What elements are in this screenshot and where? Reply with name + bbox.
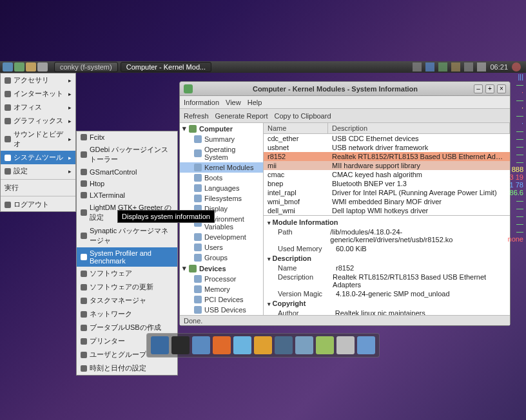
module-details[interactable]: Module Information Path/lib/modules/4.18… — [264, 216, 510, 315]
titlebar[interactable]: Computer - Kernel Modules - System Infor… — [180, 82, 510, 96]
dock-chromium[interactable] — [233, 336, 251, 354]
menu-logout[interactable]: ログアウト — [1, 198, 75, 211]
submenu-htop[interactable]: Htop — [77, 178, 177, 189]
submenu-system-profiler[interactable]: System Profiler and Benchmark — [77, 247, 177, 267]
filemanager-icon[interactable] — [26, 62, 36, 72]
image-icon — [5, 118, 11, 124]
tree-groups[interactable]: Groups — [180, 253, 263, 263]
detail-key: Name — [278, 264, 336, 272]
module-list[interactable]: Name Description cdc_etherUSB CDC Ethern… — [264, 123, 510, 216]
usb-icon — [194, 306, 202, 314]
menu-settings[interactable]: 設定▸ — [1, 164, 75, 178]
menu-help[interactable]: Help — [248, 99, 262, 106]
tree-devices[interactable]: ▾Devices — [180, 263, 263, 274]
taskbar-item-conky[interactable]: conky (f-system) — [54, 62, 118, 72]
network-icon[interactable] — [438, 62, 447, 72]
dock-vlc[interactable] — [254, 336, 272, 354]
submenu-date-time[interactable]: 時刻と日付の設定 — [77, 361, 177, 375]
tree-os[interactable]: Operating System — [180, 144, 263, 162]
list-row[interactable]: dell_wmiDell laptop WMI hotkeys driver — [264, 206, 510, 215]
tray-icon[interactable] — [464, 62, 473, 72]
list-row[interactable]: intel_raplDriver for Intel RAPL (Running… — [264, 188, 510, 197]
application-menu[interactable]: アクセサリ▸ インターネット▸ オフィス▸ グラフィックス▸ サウンドとビデオ▸… — [0, 73, 76, 212]
detail-description[interactable]: Description — [265, 253, 509, 263]
tree-processor[interactable]: Processor — [180, 274, 263, 284]
submenu-lxterminal[interactable]: LXTerminal — [77, 189, 177, 201]
list-row[interactable]: cmacCMAC keyed hash algorithm — [264, 170, 510, 179]
tray-icon[interactable] — [451, 62, 460, 72]
menu-view[interactable]: View — [226, 99, 241, 106]
dock-item[interactable] — [336, 336, 355, 354]
tree-languages[interactable]: Languages — [180, 183, 263, 193]
tree-filesystems[interactable]: Filesystems — [180, 193, 263, 204]
submenu-fcitx[interactable]: Fcitx — [77, 131, 177, 143]
detail-val: Realtek RTL8152/RTL8153 Based USB Ethern… — [333, 273, 506, 289]
list-row[interactable]: cdc_etherUSB CDC Ethernet devices — [264, 134, 510, 143]
refresh-button[interactable]: Refresh — [184, 112, 209, 120]
submenu-software-update[interactable]: ソフトウェアの更新 — [77, 280, 177, 294]
menu-accessories[interactable]: アクセサリ▸ — [1, 73, 75, 87]
tree-users[interactable]: Users — [180, 242, 263, 253]
maximize-button[interactable]: + — [485, 84, 494, 93]
browser-icon[interactable] — [37, 62, 48, 72]
menu-run[interactable]: 実行 — [1, 181, 75, 195]
tray-icon[interactable] — [413, 62, 422, 72]
copy-clipboard-button[interactable]: Copy to Clipboard — [274, 112, 331, 120]
cell-desc: USB CDC Ethernet devices — [328, 134, 510, 143]
generate-report-button[interactable]: Generate Report — [215, 112, 268, 120]
col-name[interactable]: Name — [264, 123, 328, 133]
list-row[interactable]: miiMII hardware support library — [264, 161, 510, 170]
list-header[interactable]: Name Description — [264, 123, 510, 134]
col-description[interactable]: Description — [328, 123, 510, 133]
submenu-taskmanager[interactable]: タスクマネージャ — [77, 294, 177, 307]
power-icon[interactable] — [512, 62, 521, 72]
tree-kernel-modules[interactable]: Kernel Modules — [180, 162, 263, 173]
submenu-software[interactable]: ソフトウェア — [77, 267, 177, 280]
dock-files[interactable] — [192, 336, 210, 354]
list-row[interactable]: r8152Realtek RTL8152/RTL8153 Based USB E… — [264, 152, 510, 161]
menu-information[interactable]: Information — [184, 99, 219, 106]
detail-module-info[interactable]: Module Information — [265, 217, 509, 227]
dock-terminal[interactable] — [171, 336, 190, 354]
dock-item[interactable] — [357, 336, 375, 354]
dock-item[interactable] — [295, 336, 313, 354]
cell-desc: MII hardware support library — [328, 161, 510, 170]
close-button[interactable]: × — [497, 84, 506, 93]
group-icon — [194, 254, 202, 262]
tree-development[interactable]: Development — [180, 232, 263, 242]
dock-item[interactable] — [151, 336, 169, 354]
menu-office[interactable]: オフィス▸ — [1, 100, 75, 114]
dock — [146, 333, 380, 358]
menu-launcher-icon[interactable] — [3, 62, 13, 72]
list-row[interactable]: usbnetUSB network driver framework — [264, 143, 510, 152]
tree-usb[interactable]: USB Devices — [180, 305, 263, 315]
dock-item[interactable] — [316, 336, 334, 354]
list-row[interactable]: wmi_bmofWMI embedded Binary MOF driver — [264, 197, 510, 206]
tree-computer[interactable]: ▾Computer — [180, 123, 263, 134]
panel-icon[interactable] — [14, 62, 24, 72]
taskbar-item-sysinfo[interactable]: Computer - Kernel Mod... — [121, 62, 212, 72]
menu-graphics[interactable]: グラフィックス▸ — [1, 114, 75, 128]
menu-system-tools[interactable]: システムツール▸ — [1, 151, 75, 164]
submenu-synaptic[interactable]: Synaptic パッケージマネージャ — [77, 224, 177, 247]
tree-summary[interactable]: Summary — [180, 134, 263, 144]
bluetooth-icon[interactable] — [425, 62, 434, 72]
volume-icon[interactable] — [477, 62, 486, 72]
dock-item[interactable] — [275, 336, 293, 354]
cell-desc: Realtek RTL8152/RTL8153 Based USB Ethern… — [328, 152, 510, 161]
submenu-gdebi[interactable]: GDebi パッケージインストーラー — [77, 143, 177, 166]
minimize-button[interactable]: – — [474, 84, 483, 93]
submenu-network[interactable]: ネットワーク — [77, 307, 177, 321]
clock[interactable]: 06:21 — [490, 63, 508, 71]
tree-memory[interactable]: Memory — [180, 284, 263, 294]
dock-firefox[interactable] — [213, 336, 231, 354]
settings-icon — [5, 168, 11, 175]
menu-sound-video[interactable]: サウンドとビデオ▸ — [1, 128, 75, 151]
tree-pci[interactable]: PCI Devices — [180, 294, 263, 305]
detail-copyright[interactable]: Copyright — [265, 298, 509, 309]
submenu-bootable-usb[interactable]: ブータブルUSBの作成 — [77, 321, 177, 334]
submenu-gsmartcontrol[interactable]: GSmartControl — [77, 166, 177, 178]
list-row[interactable]: bnepBluetooth BNEP ver 1.3 — [264, 179, 510, 188]
tree-boots[interactable]: Boots — [180, 173, 263, 183]
menu-internet[interactable]: インターネット▸ — [1, 87, 75, 100]
